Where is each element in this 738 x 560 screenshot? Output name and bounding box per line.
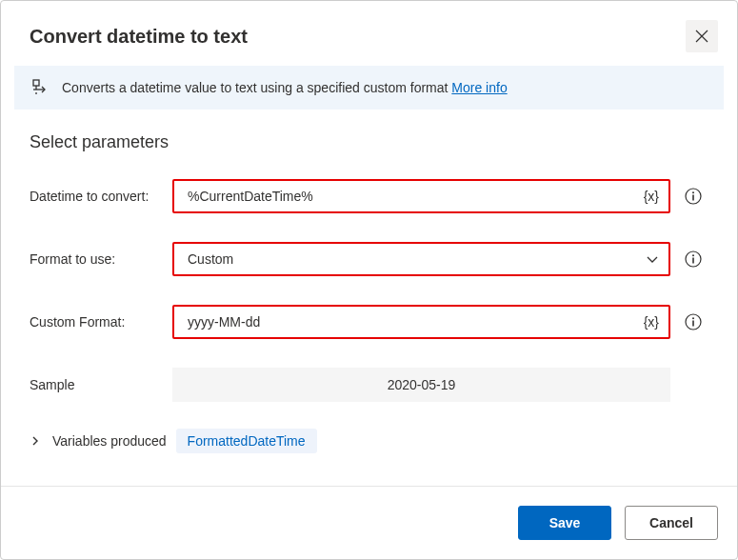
close-icon xyxy=(695,30,708,43)
cancel-button[interactable]: Cancel xyxy=(625,506,718,540)
input-custom-format[interactable]: yyyy-MM-dd {x} xyxy=(172,305,670,339)
input-value: yyyy-MM-dd xyxy=(188,314,638,330)
dialog-body: Select parameters Datetime to convert: %… xyxy=(1,123,737,486)
row-custom-format: Custom Format: yyyy-MM-dd {x} xyxy=(30,305,708,339)
info-icon xyxy=(685,313,702,330)
row-format-to-use: Format to use: Custom xyxy=(30,242,708,276)
dialog-footer: Save Cancel xyxy=(1,486,737,559)
field-wrap: %CurrentDateTime% {x} xyxy=(172,179,708,213)
info-banner: Converts a datetime value to text using … xyxy=(14,66,724,110)
variable-picker-button[interactable]: {x} xyxy=(644,314,659,330)
info-banner-text: Converts a datetime value to text using … xyxy=(62,80,508,95)
dialog-title: Convert datetime to text xyxy=(30,26,248,48)
help-button[interactable] xyxy=(678,244,708,274)
label-custom-format: Custom Format: xyxy=(30,314,172,330)
row-datetime-to-convert: Datetime to convert: %CurrentDateTime% {… xyxy=(30,179,708,213)
svg-rect-0 xyxy=(33,80,39,86)
action-icon xyxy=(31,79,49,96)
section-title: Select parameters xyxy=(30,132,708,152)
close-button[interactable] xyxy=(686,20,718,52)
save-button[interactable]: Save xyxy=(518,506,611,540)
select-format-to-use[interactable]: Custom xyxy=(172,242,670,276)
field-wrap: Custom xyxy=(172,242,708,276)
input-value: %CurrentDateTime% xyxy=(188,189,638,204)
variables-label: Variables produced xyxy=(52,433,167,449)
chevron-down-icon xyxy=(646,252,659,266)
svg-rect-6 xyxy=(692,258,694,264)
info-icon xyxy=(685,250,702,268)
dialog-header: Convert datetime to text xyxy=(1,1,737,66)
chevron-right-icon xyxy=(30,435,41,447)
svg-rect-9 xyxy=(692,321,694,327)
info-icon xyxy=(685,188,702,205)
label-format-to-use: Format to use: xyxy=(30,251,172,267)
svg-point-2 xyxy=(692,191,694,193)
variables-toggle[interactable] xyxy=(30,435,43,447)
dialog-convert-datetime: Convert datetime to text Converts a date… xyxy=(0,0,738,560)
row-variables-produced: Variables produced FormattedDateTime xyxy=(30,429,708,453)
select-value: Custom xyxy=(188,251,640,267)
input-datetime-to-convert[interactable]: %CurrentDateTime% {x} xyxy=(172,179,670,213)
help-button[interactable] xyxy=(678,181,708,211)
more-info-link[interactable]: More info xyxy=(451,80,507,95)
svg-point-5 xyxy=(692,254,694,256)
sample-value: 2020-05-19 xyxy=(172,368,670,402)
label-sample: Sample xyxy=(30,377,172,392)
row-sample: Sample 2020-05-19 xyxy=(30,368,708,402)
label-datetime-to-convert: Datetime to convert: xyxy=(30,189,172,204)
variable-badge[interactable]: FormattedDateTime xyxy=(176,429,317,453)
svg-point-8 xyxy=(692,317,694,319)
field-wrap: yyyy-MM-dd {x} xyxy=(172,305,708,339)
svg-rect-3 xyxy=(692,195,694,201)
variable-picker-button[interactable]: {x} xyxy=(644,189,659,204)
help-button[interactable] xyxy=(678,307,708,337)
